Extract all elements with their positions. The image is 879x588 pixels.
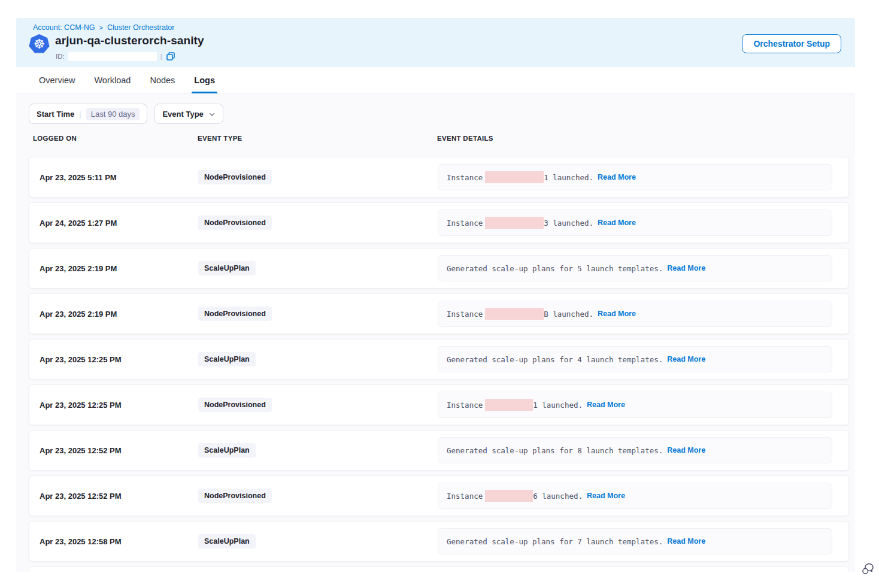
logged-on-value: Apr 23, 2025 2:19 PM	[40, 264, 198, 273]
page-title: arjun-qa-clusterorch-sanity	[55, 34, 204, 47]
column-header-event-details: EVENT DETAILS	[437, 135, 831, 142]
table-header-row: LOGGED ON EVENT TYPE EVENT DETAILS	[33, 135, 831, 142]
help-chat-icon[interactable]	[860, 561, 875, 576]
k8s-wheel-glyph: ☸	[34, 38, 46, 51]
event-type-badge: NodeProvisioned	[198, 398, 272, 412]
event-type-badge: NodeProvisioned	[198, 489, 272, 503]
event-details-box: Generated scale-up plans for 8 launch te…	[438, 437, 832, 463]
id-divider: |	[160, 53, 162, 60]
table-row: Apr 23, 2025 12:25 PM NodeProvisioned In…	[29, 384, 849, 425]
event-details-box: Generated scale-up plans for 7 launch te…	[438, 528, 832, 554]
tab-overview[interactable]: Overview	[39, 67, 75, 93]
read-more-link[interactable]: Read More	[598, 173, 636, 181]
event-details-suffix: 6 launched.	[533, 492, 583, 501]
breadcrumb-account-link[interactable]: Account: CCM-NG	[33, 23, 95, 32]
redacted-instance-id	[485, 490, 533, 502]
event-type-badge: ScaleUpPlan	[198, 352, 256, 366]
breadcrumb: Account: CCM-NG > Cluster Orchestrator	[33, 23, 174, 32]
event-type-filter[interactable]: Event Type	[154, 104, 223, 124]
read-more-link[interactable]: Read More	[587, 492, 625, 500]
copy-icon[interactable]	[166, 51, 175, 61]
start-time-value: Last 90 days	[86, 108, 140, 120]
table-row-partial	[29, 566, 849, 572]
redacted-instance-id	[485, 399, 533, 411]
orchestrator-setup-button[interactable]: Orchestrator Setup	[742, 34, 841, 53]
event-type-label: Event Type	[162, 110, 203, 119]
event-details-text: Generated scale-up plans for 8 launch te…	[447, 446, 663, 455]
event-details-text: Generated scale-up plans for 7 launch te…	[447, 537, 663, 546]
tab-bar: Overview Workload Nodes Logs	[16, 67, 855, 93]
event-details-text: Instance	[447, 401, 483, 410]
logged-on-value: Apr 23, 2025 12:52 PM	[40, 492, 198, 501]
filter-bar: Start Time | Last 90 days Event Type	[29, 104, 223, 124]
table-row: Apr 23, 2025 12:52 PM ScaleUpPlan Genera…	[29, 430, 849, 471]
start-time-divider: |	[79, 110, 81, 119]
read-more-link[interactable]: Read More	[667, 264, 705, 272]
event-details-box: Generated scale-up plans for 5 launch te…	[438, 255, 832, 281]
chevron-down-icon	[208, 111, 216, 118]
table-row: Apr 23, 2025 12:52 PM NodeProvisioned In…	[29, 475, 849, 516]
event-type-badge: ScaleUpPlan	[198, 534, 256, 548]
event-details-text: Instance	[447, 173, 483, 182]
table-row: Apr 24, 2025 1:27 PM NodeProvisioned Ins…	[29, 202, 849, 243]
event-details-box: InstanceB launched.Read More	[438, 301, 832, 327]
column-header-logged-on: LOGGED ON	[33, 135, 198, 142]
logged-on-value: Apr 23, 2025 12:52 PM	[40, 446, 198, 455]
event-type-badge: NodeProvisioned	[198, 216, 272, 230]
log-rows: Apr 23, 2025 5:11 PM NodeProvisioned Ins…	[29, 157, 849, 572]
table-row: Apr 23, 2025 2:19 PM NodeProvisioned Ins…	[29, 293, 849, 334]
start-time-label: Start Time	[37, 110, 74, 119]
redacted-instance-id	[485, 217, 544, 229]
cluster-id-line: ID: |	[56, 51, 175, 61]
read-more-link[interactable]: Read More	[667, 537, 705, 545]
event-details-box: Instance3 launched.Read More	[438, 210, 832, 236]
event-details-suffix: B launched.	[544, 310, 593, 319]
event-details-text: Instance	[447, 219, 483, 228]
column-header-event-type: EVENT TYPE	[198, 135, 437, 142]
event-details-box: Generated scale-up plans for 4 launch te…	[438, 346, 832, 372]
event-details-text: Instance	[447, 310, 483, 319]
event-type-badge: NodeProvisioned	[198, 170, 272, 184]
event-details-box: Instance1 launched.Read More	[438, 164, 832, 190]
table-row: Apr 23, 2025 12:25 PM ScaleUpPlan Genera…	[29, 339, 849, 380]
breadcrumb-cluster-orchestrator-link[interactable]: Cluster Orchestrator	[107, 23, 175, 32]
logged-on-value: Apr 23, 2025 5:11 PM	[40, 173, 198, 182]
read-more-link[interactable]: Read More	[587, 401, 625, 409]
event-type-badge: ScaleUpPlan	[198, 443, 256, 457]
cluster-id-redacted	[68, 52, 157, 61]
table-row: Apr 23, 2025 12:58 PM ScaleUpPlan Genera…	[29, 521, 849, 562]
event-details-suffix: 1 launched.	[533, 401, 583, 410]
tab-logs[interactable]: Logs	[194, 67, 215, 93]
id-label: ID:	[56, 53, 65, 60]
cluster-orchestrator-page: Account: CCM-NG > Cluster Orchestrator ☸…	[16, 18, 855, 572]
event-details-box: Instance6 launched.Read More	[438, 483, 832, 509]
logged-on-value: Apr 23, 2025 2:19 PM	[40, 310, 198, 319]
read-more-link[interactable]: Read More	[667, 446, 705, 454]
logged-on-value: Apr 23, 2025 12:58 PM	[40, 537, 198, 546]
logged-on-value: Apr 24, 2025 1:27 PM	[40, 219, 198, 228]
tab-nodes[interactable]: Nodes	[150, 67, 175, 93]
read-more-link[interactable]: Read More	[598, 310, 636, 318]
read-more-link[interactable]: Read More	[667, 355, 705, 363]
kubernetes-icon: ☸	[29, 34, 50, 54]
logged-on-value: Apr 23, 2025 12:25 PM	[40, 355, 198, 364]
logs-content: Start Time | Last 90 days Event Type LOG…	[16, 93, 855, 572]
table-row: Apr 23, 2025 2:19 PM ScaleUpPlan Generat…	[29, 248, 849, 289]
event-details-text: Generated scale-up plans for 4 launch te…	[447, 355, 663, 364]
tab-workload[interactable]: Workload	[94, 67, 131, 93]
event-details-text: Generated scale-up plans for 5 launch te…	[447, 264, 663, 273]
redacted-instance-id	[485, 171, 544, 183]
table-row: Apr 23, 2025 5:11 PM NodeProvisioned Ins…	[29, 157, 849, 198]
redacted-instance-id	[485, 308, 544, 320]
breadcrumb-separator: >	[99, 24, 103, 31]
read-more-link[interactable]: Read More	[598, 219, 636, 227]
event-details-box: Instance1 launched.Read More	[438, 392, 832, 418]
event-details-suffix: 1 launched.	[544, 173, 593, 182]
event-type-badge: NodeProvisioned	[198, 307, 272, 321]
event-details-text: Instance	[447, 492, 483, 501]
event-type-badge: ScaleUpPlan	[198, 261, 256, 275]
event-details-suffix: 3 launched.	[544, 219, 593, 228]
logged-on-value: Apr 23, 2025 12:25 PM	[40, 401, 198, 410]
start-time-filter[interactable]: Start Time | Last 90 days	[29, 104, 147, 124]
page-header: Account: CCM-NG > Cluster Orchestrator ☸…	[16, 18, 855, 67]
